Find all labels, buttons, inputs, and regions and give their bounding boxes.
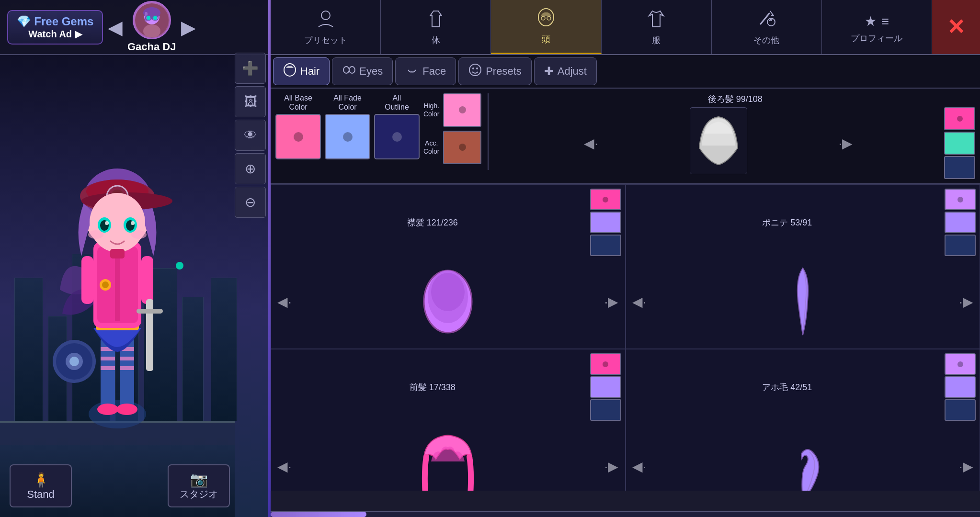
ponytail-item: ポニテ 53/91 ◀· ·▶ <box>626 184 980 349</box>
side-hair-color2[interactable] <box>590 212 621 233</box>
stand-button[interactable]: 🧍 Stand <box>10 464 72 507</box>
back-hair-prev[interactable]: ◀· <box>581 134 601 153</box>
ahoge-title: アホ毛 42/51 <box>630 382 945 393</box>
sub-tab-eyes[interactable]: Eyes <box>332 57 393 85</box>
high-color-swatch[interactable] <box>443 93 481 127</box>
svg-point-55 <box>547 16 551 20</box>
zoom-in-button[interactable]: ⊕ <box>235 153 266 184</box>
svg-point-44 <box>105 221 109 225</box>
tab-clothes[interactable]: 服 <box>602 0 712 54</box>
add-character-button[interactable]: ➕ <box>235 53 266 84</box>
character-name: Gacha DJ <box>127 41 176 53</box>
svg-point-58 <box>284 64 296 76</box>
ahoge-color1[interactable] <box>945 353 976 375</box>
left-panel: 💎 Free Gems Watch Ad ▶ ◀ <box>0 0 268 517</box>
high-color-label: High.Color <box>423 102 439 118</box>
zoom-out-button[interactable]: ⊖ <box>235 187 266 218</box>
acc-color-label: Acc.Color <box>423 139 439 156</box>
side-hair-title: 襟髪 121/236 <box>275 217 590 228</box>
bottom-scrollbar[interactable] <box>271 511 980 517</box>
right-panel: プリセット 体 頭 <box>271 0 980 517</box>
svg-point-47 <box>131 230 147 239</box>
side-hair-color3[interactable] <box>590 235 621 256</box>
sub-tab-face[interactable]: Face <box>395 57 456 85</box>
character-svg <box>26 108 208 433</box>
svg-rect-14 <box>101 366 115 370</box>
side-hair-prev[interactable]: ◀· <box>275 292 294 311</box>
front-hair-prev[interactable]: ◀· <box>275 457 294 476</box>
all-outline-swatch[interactable] <box>374 114 420 159</box>
ponytail-color3[interactable] <box>945 235 976 256</box>
front-hair-preview <box>294 423 602 491</box>
svg-point-39 <box>90 193 145 252</box>
back-hair-color1[interactable] <box>944 107 975 130</box>
svg-rect-24 <box>141 256 153 304</box>
close-panel-button[interactable]: ✕ <box>932 0 980 54</box>
svg-point-46 <box>88 230 103 239</box>
tab-head[interactable]: 頭 <box>491 0 601 54</box>
front-hair-color1[interactable] <box>590 353 621 375</box>
top-nav-tabs: プリセット 体 頭 <box>271 0 980 55</box>
svg-point-18 <box>97 404 118 415</box>
ponytail-prev[interactable]: ◀· <box>630 292 649 311</box>
next-character-button[interactable]: ▶ <box>176 16 201 38</box>
back-hair-color-col: 後ろ髪 99/108 ◀· ·▶ <box>495 93 975 179</box>
sub-tab-presets[interactable]: Presets <box>458 57 532 85</box>
tab-profile[interactable]: ★ ≡ プロフィール <box>822 0 932 54</box>
svg-rect-17 <box>120 366 134 370</box>
front-hair-color2[interactable] <box>590 376 621 398</box>
side-hair-next[interactable]: ·▶ <box>602 292 621 311</box>
free-gems-button[interactable]: 💎 Free Gems Watch Ad ▶ <box>7 10 103 45</box>
back-hair-title: 後ろ髪 99/108 <box>495 93 975 105</box>
top-bar: 💎 Free Gems Watch Ad ▶ ◀ <box>0 0 268 55</box>
avatar <box>133 1 171 39</box>
ahoge-next[interactable]: ·▶ <box>957 457 976 476</box>
all-base-color-label: All Base Color <box>284 93 312 112</box>
ahoge-prev[interactable]: ◀· <box>630 457 649 476</box>
svg-rect-23 <box>115 249 120 321</box>
svg-rect-13 <box>101 357 115 360</box>
svg-point-52 <box>321 11 330 20</box>
all-fade-color-label: All Fade Color <box>333 93 362 112</box>
back-hair-color3[interactable] <box>944 156 975 179</box>
sub-tab-adjust[interactable]: ✚ Adjust <box>534 57 597 85</box>
svg-rect-49 <box>110 249 125 258</box>
ponytail-title: ポニテ 53/91 <box>630 217 945 228</box>
character-area <box>0 55 235 486</box>
hair-items-grid: 襟髪 121/236 ◀· ·▶ <box>271 184 980 491</box>
gallery-button[interactable]: 🖼 <box>235 86 266 117</box>
ahoge-color3[interactable] <box>945 399 976 421</box>
front-hair-color3[interactable] <box>590 399 621 421</box>
svg-rect-27 <box>81 256 93 304</box>
tab-body[interactable]: 体 <box>381 0 491 54</box>
tab-preset[interactable]: プリセット <box>271 0 381 54</box>
back-hair-next[interactable]: ·▶ <box>836 134 855 153</box>
acc-color-swatch[interactable] <box>443 131 481 164</box>
svg-point-60 <box>349 67 355 73</box>
front-hair-title: 前髪 17/338 <box>275 382 590 393</box>
back-hair-color2[interactable] <box>944 132 975 155</box>
all-fade-color-swatch[interactable] <box>325 114 370 159</box>
ponytail-color1[interactable] <box>945 189 976 210</box>
all-base-color-swatch[interactable] <box>275 114 321 159</box>
eye-toggle-button[interactable]: 👁 <box>235 120 266 151</box>
sub-tab-hair[interactable]: Hair <box>273 57 330 85</box>
ahoge-item: アホ毛 42/51 ◀· ·▶ <box>626 349 980 491</box>
color-divider <box>488 93 489 170</box>
front-hair-next[interactable]: ·▶ <box>602 457 621 476</box>
svg-point-51 <box>102 281 109 288</box>
right-toolbar: ➕ 🖼 👁 ⊕ ⊖ <box>235 53 268 218</box>
svg-point-67 <box>431 273 465 311</box>
svg-point-54 <box>541 16 545 20</box>
high-acc-colors: High.Color Acc.Color <box>423 93 481 164</box>
tab-other[interactable]: その他 <box>712 0 822 54</box>
side-hair-color1[interactable] <box>590 189 621 210</box>
prev-character-button[interactable]: ◀ <box>103 16 127 38</box>
studio-button[interactable]: 📷 スタジオ <box>168 464 230 507</box>
back-hair-preview <box>690 107 747 174</box>
ponytail-color2[interactable] <box>945 212 976 233</box>
ponytail-next[interactable]: ·▶ <box>957 292 976 311</box>
svg-point-48 <box>176 262 183 270</box>
ahoge-color2[interactable] <box>945 376 976 398</box>
svg-point-59 <box>343 67 349 73</box>
